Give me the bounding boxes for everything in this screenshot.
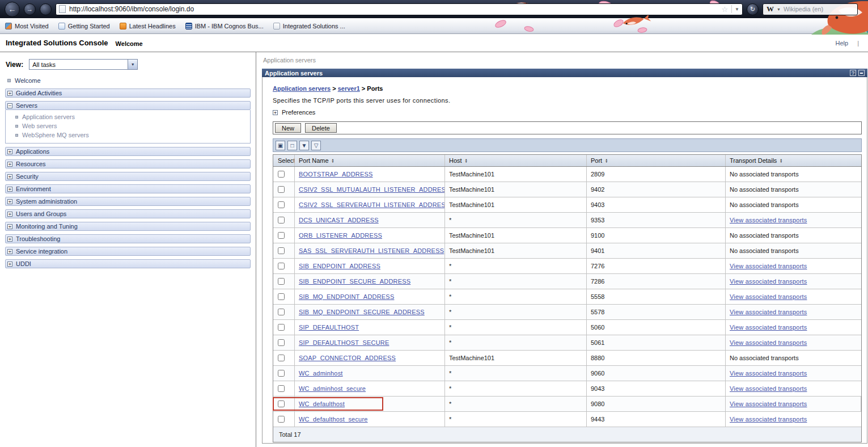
expand-icon[interactable]: +: [7, 174, 12, 179]
sidebar-item-application-servers[interactable]: Application servers: [15, 113, 250, 120]
row-select-checkbox[interactable]: [278, 232, 285, 239]
sidebar-section-resources[interactable]: +Resources: [5, 159, 251, 168]
bookmark-ibm-ibm-cognos-bus[interactable]: IBM - IBM Cognos Bus...: [185, 23, 264, 29]
expand-icon[interactable]: −: [7, 103, 12, 108]
sidebar-section-service-integration[interactable]: +Service integration: [5, 247, 251, 256]
row-select-checkbox[interactable]: [278, 171, 285, 178]
bookmark-getting-started[interactable]: Getting Started: [58, 23, 110, 29]
port-name-link[interactable]: SAS_SSL_SERVERAUTH_LISTENER_ADDRESS: [299, 247, 444, 254]
row-select-checkbox[interactable]: [278, 416, 285, 423]
sort-icon[interactable]: ▲▼: [465, 158, 468, 163]
expand-icon[interactable]: +: [7, 212, 12, 217]
sidebar-item-web-servers[interactable]: Web servers: [15, 123, 250, 129]
transport-link[interactable]: View associated transports: [730, 293, 807, 300]
chevron-down-icon[interactable]: ▼: [128, 60, 137, 69]
row-select-checkbox[interactable]: [278, 201, 285, 208]
port-name-link[interactable]: ORB_LISTENER_ADDRESS: [299, 232, 382, 239]
new-button[interactable]: New: [275, 123, 301, 133]
row-select-checkbox[interactable]: [278, 370, 285, 377]
bookmark-integrated-solutions[interactable]: Integrated Solutions ...: [273, 23, 345, 29]
row-select-checkbox[interactable]: [278, 309, 285, 315]
sidebar-section-uddi[interactable]: +UDDI: [5, 259, 251, 268]
transport-link[interactable]: View associated transports: [730, 339, 807, 346]
row-select-checkbox[interactable]: [278, 278, 285, 285]
preferences-toggle[interactable]: + Preferences: [273, 109, 859, 116]
select-all-icon[interactable]: ▣: [276, 141, 285, 150]
sort-icon[interactable]: ▲▼: [605, 158, 608, 163]
row-select-checkbox[interactable]: [278, 263, 285, 269]
help-link[interactable]: Help: [836, 40, 849, 47]
sidebar-section-system-administration[interactable]: +System administration: [5, 197, 251, 206]
sidebar-item-websphere-mq-servers[interactable]: WebSphere MQ servers: [15, 132, 250, 138]
search-engine-dropdown-icon[interactable]: ▼: [777, 7, 781, 11]
port-name-link[interactable]: SIB_ENDPOINT_SECURE_ADDRESS: [299, 278, 410, 285]
port-name-link[interactable]: DCS_UNICAST_ADDRESS: [299, 217, 379, 224]
expand-icon[interactable]: +: [273, 110, 278, 115]
row-select-checkbox[interactable]: [278, 400, 285, 407]
row-select-checkbox[interactable]: [278, 355, 285, 361]
breadcrumb-application-servers[interactable]: Application servers: [273, 85, 331, 92]
sidebar-item-welcome[interactable]: Welcome: [0, 75, 256, 85]
breadcrumb-server1[interactable]: server1: [338, 85, 360, 92]
expand-icon[interactable]: +: [7, 149, 12, 154]
port-name-link[interactable]: SIB_MQ_ENDPOINT_ADDRESS: [299, 293, 394, 300]
sidebar-section-security[interactable]: +Security: [5, 172, 251, 181]
deselect-all-icon[interactable]: □: [287, 141, 297, 150]
row-select-checkbox[interactable]: [278, 186, 285, 193]
sidebar-section-guided-activities[interactable]: +Guided Activities: [5, 88, 251, 98]
sort-icon[interactable]: ▲▼: [780, 158, 782, 163]
transport-link[interactable]: View associated transports: [730, 309, 807, 315]
transport-link[interactable]: View associated transports: [730, 416, 807, 423]
forward-button[interactable]: →: [24, 3, 36, 15]
transport-link[interactable]: View associated transports: [730, 400, 807, 407]
expand-icon[interactable]: +: [7, 187, 12, 192]
expand-icon[interactable]: +: [7, 262, 12, 267]
expand-icon[interactable]: +: [7, 162, 12, 167]
sidebar-section-environment[interactable]: +Environment: [5, 184, 251, 193]
back-button[interactable]: ←: [5, 2, 20, 17]
panel-help-icon[interactable]: ?: [850, 70, 856, 76]
delete-button[interactable]: Delete: [305, 123, 337, 133]
transport-link[interactable]: View associated transports: [730, 263, 807, 269]
transport-link[interactable]: View associated transports: [730, 278, 807, 285]
url-bar[interactable]: http://localhost:9060/ibm/console/login.…: [56, 3, 743, 15]
port-name-link[interactable]: BOOTSTRAP_ADDRESS: [299, 171, 373, 178]
sort-icon[interactable]: ▲▼: [332, 158, 335, 163]
expand-icon[interactable]: +: [7, 237, 12, 242]
port-name-link[interactable]: WC_adminhost_secure: [299, 385, 366, 392]
row-select-checkbox[interactable]: [278, 324, 285, 331]
extension-button[interactable]: [40, 3, 52, 15]
sidebar-section-monitoring-and-tuning[interactable]: +Monitoring and Tuning: [5, 222, 251, 231]
port-name-link[interactable]: SIB_ENDPOINT_ADDRESS: [299, 263, 380, 269]
bookmark-most-visited[interactable]: Most Visited: [5, 23, 49, 29]
expand-icon[interactable]: +: [7, 199, 12, 204]
transport-link[interactable]: View associated transports: [730, 324, 807, 331]
bookmark-star-icon[interactable]: ☆: [721, 5, 728, 14]
transport-link[interactable]: View associated transports: [730, 217, 807, 224]
url-input[interactable]: http://localhost:9060/ibm/console/login.…: [69, 5, 718, 13]
sidebar-section-troubleshooting[interactable]: +Troubleshooting: [5, 234, 251, 243]
show-filter-icon[interactable]: ▼: [299, 141, 309, 150]
port-name-link[interactable]: WC_adminhost: [299, 370, 343, 377]
row-select-checkbox[interactable]: [278, 385, 285, 392]
bookmark-latest-headlines[interactable]: Latest Headlines: [120, 23, 176, 29]
expand-icon[interactable]: +: [7, 249, 12, 254]
port-name-link[interactable]: WC_defaulthost_secure: [299, 416, 368, 423]
panel-minimize-icon[interactable]: [858, 70, 865, 76]
search-box[interactable]: W ▼ Wikipedia (en): [763, 3, 858, 15]
search-input[interactable]: Wikipedia (en): [784, 6, 823, 12]
port-name-link[interactable]: WC_defaulthost: [299, 400, 345, 407]
transport-link[interactable]: View associated transports: [730, 385, 807, 392]
view-select[interactable]: All tasks ▼: [29, 59, 138, 70]
url-dropdown-icon[interactable]: ▼: [731, 5, 739, 13]
row-select-checkbox[interactable]: [278, 217, 285, 224]
row-select-checkbox[interactable]: [278, 247, 285, 254]
sidebar-section-servers[interactable]: −Servers: [5, 101, 251, 110]
port-name-link[interactable]: SOAP_CONNECTOR_ADDRESS: [299, 355, 396, 361]
port-name-link[interactable]: SIP_DEFAULTHOST_SECURE: [299, 339, 389, 346]
search-engine-icon[interactable]: W: [767, 5, 774, 14]
sidebar-section-users-and-groups[interactable]: +Users and Groups: [5, 209, 251, 218]
row-select-checkbox[interactable]: [278, 293, 285, 300]
port-name-link[interactable]: SIB_MQ_ENDPOINT_SECURE_ADDRESS: [299, 309, 425, 315]
row-select-checkbox[interactable]: [278, 339, 285, 346]
